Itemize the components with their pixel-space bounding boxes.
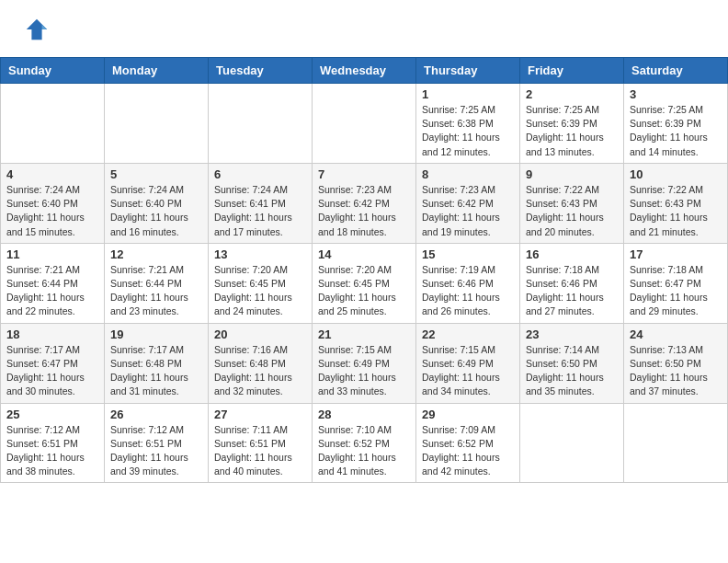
day-info: Sunrise: 7:24 AM Sunset: 6:40 PM Dayligh…: [110, 183, 202, 239]
day-number: 16: [526, 247, 618, 261]
calendar-cell: 12Sunrise: 7:21 AM Sunset: 6:44 PM Dayli…: [105, 243, 209, 323]
calendar-cell: 8Sunrise: 7:23 AM Sunset: 6:42 PM Daylig…: [416, 163, 520, 243]
calendar-cell: 1Sunrise: 7:25 AM Sunset: 6:38 PM Daylig…: [416, 84, 520, 164]
calendar-cell: 10Sunrise: 7:22 AM Sunset: 6:43 PM Dayli…: [624, 163, 728, 243]
calendar-cell: 22Sunrise: 7:15 AM Sunset: 6:49 PM Dayli…: [416, 323, 520, 403]
day-number: 25: [6, 408, 98, 421]
calendar-cell: [313, 84, 416, 164]
day-info: Sunrise: 7:23 AM Sunset: 6:42 PM Dayligh…: [422, 183, 514, 239]
calendar-cell: 29Sunrise: 7:09 AM Sunset: 6:52 PM Dayli…: [416, 403, 520, 483]
day-of-week-header: Friday: [520, 58, 624, 84]
day-number: 27: [214, 408, 306, 421]
day-info: Sunrise: 7:19 AM Sunset: 6:46 PM Dayligh…: [422, 263, 514, 319]
day-number: 20: [214, 327, 306, 341]
calendar-cell: 21Sunrise: 7:15 AM Sunset: 6:49 PM Dayli…: [313, 323, 416, 403]
logo: [22, 17, 50, 46]
day-info: Sunrise: 7:17 AM Sunset: 6:48 PM Dayligh…: [110, 343, 202, 399]
calendar-cell: 5Sunrise: 7:24 AM Sunset: 6:40 PM Daylig…: [105, 163, 209, 243]
calendar-cell: [1, 84, 105, 164]
day-number: 15: [422, 247, 514, 261]
day-info: Sunrise: 7:25 AM Sunset: 6:39 PM Dayligh…: [526, 103, 618, 159]
day-info: Sunrise: 7:24 AM Sunset: 6:41 PM Dayligh…: [214, 183, 306, 239]
calendar-week-row: 1Sunrise: 7:25 AM Sunset: 6:38 PM Daylig…: [1, 84, 728, 164]
calendar-cell: 7Sunrise: 7:23 AM Sunset: 6:42 PM Daylig…: [313, 163, 416, 243]
calendar-cell: 11Sunrise: 7:21 AM Sunset: 6:44 PM Dayli…: [1, 243, 105, 323]
day-info: Sunrise: 7:25 AM Sunset: 6:39 PM Dayligh…: [630, 103, 722, 159]
day-info: Sunrise: 7:12 AM Sunset: 6:51 PM Dayligh…: [110, 423, 202, 479]
day-number: 7: [318, 167, 410, 181]
calendar-cell: 18Sunrise: 7:17 AM Sunset: 6:47 PM Dayli…: [1, 323, 105, 403]
day-number: 8: [422, 167, 514, 181]
day-info: Sunrise: 7:11 AM Sunset: 6:51 PM Dayligh…: [214, 423, 306, 479]
day-number: 3: [630, 87, 722, 101]
day-info: Sunrise: 7:10 AM Sunset: 6:52 PM Dayligh…: [318, 423, 410, 479]
calendar-table: SundayMondayTuesdayWednesdayThursdayFrid…: [0, 57, 728, 483]
svg-marker-1: [42, 24, 48, 29]
day-of-week-header: Monday: [105, 58, 209, 84]
day-info: Sunrise: 7:23 AM Sunset: 6:42 PM Dayligh…: [318, 183, 410, 239]
day-number: 1: [422, 87, 514, 101]
day-number: 2: [526, 87, 618, 101]
day-info: Sunrise: 7:24 AM Sunset: 6:40 PM Dayligh…: [6, 183, 98, 239]
day-info: Sunrise: 7:20 AM Sunset: 6:45 PM Dayligh…: [214, 263, 306, 319]
day-info: Sunrise: 7:18 AM Sunset: 6:46 PM Dayligh…: [526, 263, 618, 319]
day-number: 4: [6, 167, 98, 181]
day-info: Sunrise: 7:22 AM Sunset: 6:43 PM Dayligh…: [526, 183, 618, 239]
day-of-week-header: Wednesday: [313, 58, 416, 84]
day-number: 28: [318, 408, 410, 421]
calendar-cell: 14Sunrise: 7:20 AM Sunset: 6:45 PM Dayli…: [313, 243, 416, 323]
day-number: 14: [318, 247, 410, 261]
logo-icon: [24, 17, 50, 42]
calendar-cell: 26Sunrise: 7:12 AM Sunset: 6:51 PM Dayli…: [105, 403, 209, 483]
calendar-cell: 16Sunrise: 7:18 AM Sunset: 6:46 PM Dayli…: [520, 243, 624, 323]
day-of-week-header: Saturday: [624, 58, 728, 84]
day-number: 29: [422, 408, 514, 421]
calendar-cell: 28Sunrise: 7:10 AM Sunset: 6:52 PM Dayli…: [313, 403, 416, 483]
calendar-week-row: 4Sunrise: 7:24 AM Sunset: 6:40 PM Daylig…: [1, 163, 728, 243]
calendar-cell: 20Sunrise: 7:16 AM Sunset: 6:48 PM Dayli…: [209, 323, 313, 403]
calendar-cell: 4Sunrise: 7:24 AM Sunset: 6:40 PM Daylig…: [1, 163, 105, 243]
calendar-cell: 3Sunrise: 7:25 AM Sunset: 6:39 PM Daylig…: [624, 84, 728, 164]
day-number: 9: [526, 167, 618, 181]
calendar-week-row: 18Sunrise: 7:17 AM Sunset: 6:47 PM Dayli…: [1, 323, 728, 403]
day-number: 10: [630, 167, 722, 181]
calendar-cell: 15Sunrise: 7:19 AM Sunset: 6:46 PM Dayli…: [416, 243, 520, 323]
calendar-week-row: 25Sunrise: 7:12 AM Sunset: 6:51 PM Dayli…: [1, 403, 728, 483]
day-number: 13: [214, 247, 306, 261]
calendar-cell: [624, 403, 728, 483]
day-info: Sunrise: 7:09 AM Sunset: 6:52 PM Dayligh…: [422, 423, 514, 479]
day-number: 26: [110, 408, 202, 421]
day-info: Sunrise: 7:20 AM Sunset: 6:45 PM Dayligh…: [318, 263, 410, 319]
calendar-cell: [209, 84, 313, 164]
day-number: 19: [110, 327, 202, 341]
calendar-cell: 24Sunrise: 7:13 AM Sunset: 6:50 PM Dayli…: [624, 323, 728, 403]
day-number: 24: [630, 327, 722, 341]
calendar-cell: 17Sunrise: 7:18 AM Sunset: 6:47 PM Dayli…: [624, 243, 728, 323]
day-info: Sunrise: 7:21 AM Sunset: 6:44 PM Dayligh…: [6, 263, 98, 319]
day-info: Sunrise: 7:12 AM Sunset: 6:51 PM Dayligh…: [6, 423, 98, 479]
calendar-cell: [520, 403, 624, 483]
calendar-cell: 19Sunrise: 7:17 AM Sunset: 6:48 PM Dayli…: [105, 323, 209, 403]
calendar-cell: 6Sunrise: 7:24 AM Sunset: 6:41 PM Daylig…: [209, 163, 313, 243]
day-info: Sunrise: 7:13 AM Sunset: 6:50 PM Dayligh…: [630, 343, 722, 399]
day-number: 6: [214, 167, 306, 181]
day-info: Sunrise: 7:22 AM Sunset: 6:43 PM Dayligh…: [630, 183, 722, 239]
day-info: Sunrise: 7:17 AM Sunset: 6:47 PM Dayligh…: [6, 343, 98, 399]
day-number: 5: [110, 167, 202, 181]
day-of-week-header: Tuesday: [209, 58, 313, 84]
day-number: 23: [526, 327, 618, 341]
calendar-cell: 25Sunrise: 7:12 AM Sunset: 6:51 PM Dayli…: [1, 403, 105, 483]
calendar-cell: 23Sunrise: 7:14 AM Sunset: 6:50 PM Dayli…: [520, 323, 624, 403]
day-number: 18: [6, 327, 98, 341]
day-info: Sunrise: 7:21 AM Sunset: 6:44 PM Dayligh…: [110, 263, 202, 319]
day-info: Sunrise: 7:25 AM Sunset: 6:38 PM Dayligh…: [422, 103, 514, 159]
calendar-cell: 27Sunrise: 7:11 AM Sunset: 6:51 PM Dayli…: [209, 403, 313, 483]
day-info: Sunrise: 7:18 AM Sunset: 6:47 PM Dayligh…: [630, 263, 722, 319]
day-of-week-header: Sunday: [1, 58, 105, 84]
calendar-cell: 9Sunrise: 7:22 AM Sunset: 6:43 PM Daylig…: [520, 163, 624, 243]
day-number: 22: [422, 327, 514, 341]
day-number: 11: [6, 247, 98, 261]
day-info: Sunrise: 7:15 AM Sunset: 6:49 PM Dayligh…: [318, 343, 410, 399]
calendar-cell: 2Sunrise: 7:25 AM Sunset: 6:39 PM Daylig…: [520, 84, 624, 164]
page-header: [0, 0, 728, 53]
